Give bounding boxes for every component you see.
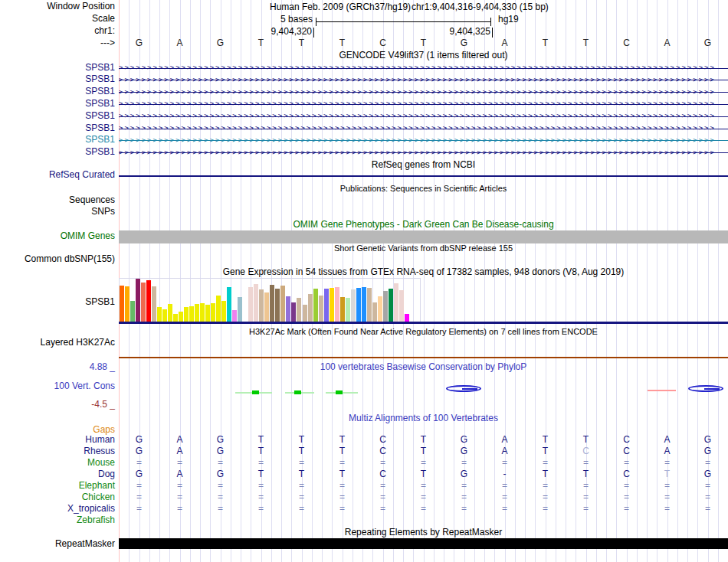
omim-genes-label[interactable]: OMIM Genes: [0, 231, 115, 241]
gtex-bar[interactable]: [221, 301, 226, 322]
species-label[interactable]: Zebrafish: [0, 515, 115, 525]
gtex-bar[interactable]: [211, 303, 215, 322]
gtex-bar[interactable]: [399, 290, 404, 322]
transcript-arrows[interactable]: >>>>>>>>>>>>>>>>>>>>>>>>>>>>>>>>>>>>>>>>…: [119, 112, 728, 119]
transcript-arrows[interactable]: >>>>>>>>>>>>>>>>>>>>>>>>>>>>>>>>>>>>>>>>…: [119, 88, 728, 96]
gencode-row-label[interactable]: SPSB1: [0, 111, 115, 121]
transcript-arrows[interactable]: >>>>>>>>>>>>>>>>>>>>>>>>>>>>>>>>>>>>>>>>…: [119, 124, 728, 132]
publications-title: Publications: Sequences in Scientific Ar…: [119, 184, 728, 194]
transcript-arrows[interactable]: >>>>>>>>>>>>>>>>>>>>>>>>>>>>>>>>>>>>>>>>…: [119, 64, 728, 71]
gtex-bar[interactable]: [168, 304, 172, 322]
gtex-bar[interactable]: [189, 306, 194, 322]
alignment-cell: T: [258, 446, 264, 456]
gtex-bar[interactable]: [184, 307, 189, 322]
gtex-bar[interactable]: [313, 289, 318, 322]
species-label[interactable]: Rhesus: [0, 446, 115, 456]
gencode-row-label[interactable]: SPSB1: [0, 123, 115, 133]
gtex-bar[interactable]: [205, 305, 210, 322]
repeatmasker-bar[interactable]: [119, 538, 728, 549]
common-dbsnp-label[interactable]: Common dbSNP(155): [0, 254, 115, 264]
gencode-row-label[interactable]: SPSB1: [0, 135, 115, 145]
alignment-cell: =: [461, 504, 467, 514]
gtex-bar[interactable]: [291, 302, 296, 322]
repeatmasker-label[interactable]: RepeatMasker: [0, 539, 115, 549]
gtex-bar[interactable]: [405, 314, 409, 322]
phylop-scale-min: -4.5 _: [0, 400, 115, 410]
transcript-arrows[interactable]: >>>>>>>>>>>>>>>>>>>>>>>>>>>>>>>>>>>>>>>>…: [119, 149, 728, 156]
gtex-bar[interactable]: [264, 292, 269, 322]
gtex-bar[interactable]: [297, 298, 301, 322]
gtex-bar[interactable]: [351, 289, 356, 322]
layered-h3k27ac-label[interactable]: Layered H3K27Ac: [0, 338, 115, 348]
gtex-bar[interactable]: [286, 296, 290, 322]
gtex-bar[interactable]: [394, 283, 398, 322]
gtex-bar[interactable]: [232, 310, 237, 322]
gtex-bar[interactable]: [324, 289, 329, 322]
gtex-bar[interactable]: [378, 296, 382, 322]
gencode-row-label[interactable]: SPSB1: [0, 87, 115, 96]
species-label[interactable]: Human: [0, 435, 115, 445]
species-label[interactable]: X_tropicalis: [0, 504, 115, 514]
scale-label: Scale: [0, 14, 115, 24]
alignment-cell: C: [582, 446, 589, 456]
refseq-curated-label[interactable]: RefSeq Curated: [0, 170, 115, 180]
species-label[interactable]: Elephant: [0, 481, 115, 491]
gtex-bar[interactable]: [248, 287, 253, 322]
gtex-bar[interactable]: [367, 288, 372, 322]
snps-label[interactable]: SNPs: [0, 207, 115, 217]
gtex-bar[interactable]: [162, 309, 167, 322]
omim-gene-bar[interactable]: [119, 230, 728, 243]
gtex-bar[interactable]: [259, 289, 264, 322]
gtex-bar[interactable]: [136, 279, 140, 322]
gtex-bar[interactable]: [340, 297, 345, 322]
grid-line: [606, 0, 607, 562]
gtex-bar[interactable]: [389, 289, 393, 322]
gtex-bar[interactable]: [146, 280, 151, 322]
gencode-row-label[interactable]: SPSB1: [0, 147, 115, 157]
gtex-bar[interactable]: [383, 291, 388, 322]
gtex-bar[interactable]: [254, 284, 258, 322]
gtex-bar[interactable]: [216, 296, 221, 322]
gtex-bar[interactable]: [152, 286, 156, 322]
gtex-bar[interactable]: [270, 285, 274, 322]
gtex-bar[interactable]: [362, 287, 366, 322]
gtex-bar[interactable]: [356, 288, 361, 322]
gtex-bar[interactable]: [275, 289, 280, 322]
species-label[interactable]: Dog: [0, 469, 115, 479]
gencode-row-label[interactable]: SPSB1: [0, 99, 115, 109]
gtex-bar[interactable]: [303, 305, 307, 322]
phylop-track-label[interactable]: 100 Vert. Cons: [0, 381, 115, 391]
transcript-arrows[interactable]: >>>>>>>>>>>>>>>>>>>>>>>>>>>>>>>>>>>>>>>>…: [119, 136, 728, 144]
alignment-cell: A: [176, 446, 182, 456]
sequences-label[interactable]: Sequences: [0, 195, 115, 205]
phylop-scale-max: 4.88 _: [0, 362, 115, 372]
alignment-cell: C: [623, 469, 630, 479]
gtex-bar[interactable]: [227, 287, 231, 322]
gtex-bar[interactable]: [157, 307, 162, 322]
gtex-bar[interactable]: [179, 312, 183, 322]
gtex-bar[interactable]: [372, 302, 377, 322]
transcript-arrows[interactable]: >>>>>>>>>>>>>>>>>>>>>>>>>>>>>>>>>>>>>>>>…: [119, 100, 728, 107]
gtex-gene-label[interactable]: SPSB1: [0, 297, 115, 307]
gtex-bar[interactable]: [346, 298, 350, 322]
gtex-bar[interactable]: [335, 287, 339, 322]
gtex-bar[interactable]: [308, 294, 313, 322]
gtex-bar[interactable]: [130, 301, 135, 322]
alignment-cell: =: [136, 458, 142, 468]
refseq-gene-line[interactable]: [119, 175, 728, 177]
gtex-bar[interactable]: [330, 288, 334, 322]
gtex-bar[interactable]: [125, 286, 130, 322]
species-label[interactable]: Chicken: [0, 492, 115, 502]
gtex-bar[interactable]: [173, 314, 178, 322]
gtex-bar[interactable]: [195, 304, 199, 322]
gtex-bar[interactable]: [120, 286, 124, 322]
gencode-row-label[interactable]: SPSB1: [0, 63, 115, 73]
gtex-bar[interactable]: [319, 296, 323, 322]
gtex-bar[interactable]: [141, 283, 146, 322]
gtex-bar[interactable]: [238, 297, 242, 322]
gtex-bar[interactable]: [200, 303, 205, 322]
gtex-bar[interactable]: [280, 286, 285, 322]
transcript-arrows[interactable]: >>>>>>>>>>>>>>>>>>>>>>>>>>>>>>>>>>>>>>>>…: [119, 76, 728, 83]
species-label[interactable]: Mouse: [0, 458, 115, 468]
gencode-row-label[interactable]: SPSB1: [0, 74, 115, 84]
